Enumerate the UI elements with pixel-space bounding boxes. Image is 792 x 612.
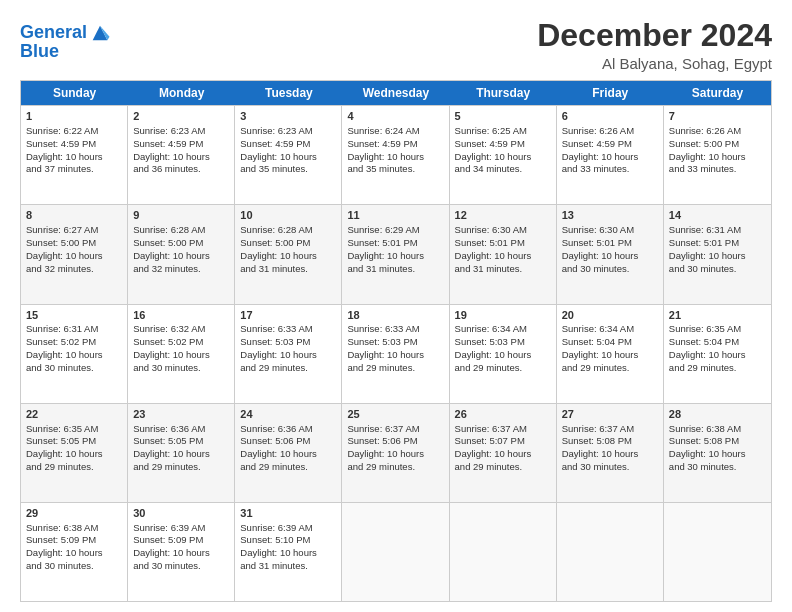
day-number: 18 bbox=[347, 308, 443, 323]
day-cell-20: 20 Sunrise: 6:34 AMSunset: 5:04 PMDaylig… bbox=[557, 305, 664, 403]
day-cell-8: 8 Sunrise: 6:27 AMSunset: 5:00 PMDayligh… bbox=[21, 205, 128, 303]
day-cell-10: 10 Sunrise: 6:28 AMSunset: 5:00 PMDaylig… bbox=[235, 205, 342, 303]
logo-icon bbox=[89, 22, 111, 44]
day-cell-21: 21 Sunrise: 6:35 AMSunset: 5:04 PMDaylig… bbox=[664, 305, 771, 403]
day-number: 17 bbox=[240, 308, 336, 323]
day-cell-14: 14 Sunrise: 6:31 AMSunset: 5:01 PMDaylig… bbox=[664, 205, 771, 303]
day-number: 30 bbox=[133, 506, 229, 521]
day-cell-9: 9 Sunrise: 6:28 AMSunset: 5:00 PMDayligh… bbox=[128, 205, 235, 303]
day-number: 24 bbox=[240, 407, 336, 422]
day-number: 21 bbox=[669, 308, 766, 323]
day-cell-19: 19 Sunrise: 6:34 AMSunset: 5:03 PMDaylig… bbox=[450, 305, 557, 403]
header-saturday: Saturday bbox=[664, 81, 771, 105]
day-number: 28 bbox=[669, 407, 766, 422]
header-friday: Friday bbox=[557, 81, 664, 105]
day-number: 16 bbox=[133, 308, 229, 323]
day-number: 15 bbox=[26, 308, 122, 323]
day-number: 19 bbox=[455, 308, 551, 323]
day-cell-17: 17 Sunrise: 6:33 AMSunset: 5:03 PMDaylig… bbox=[235, 305, 342, 403]
week-row-5: 29 Sunrise: 6:38 AMSunset: 5:09 PMDaylig… bbox=[21, 502, 771, 601]
day-cell-2: 2 Sunrise: 6:23 AMSunset: 4:59 PMDayligh… bbox=[128, 106, 235, 204]
day-cell-16: 16 Sunrise: 6:32 AMSunset: 5:02 PMDaylig… bbox=[128, 305, 235, 403]
header-tuesday: Tuesday bbox=[235, 81, 342, 105]
week-row-4: 22 Sunrise: 6:35 AMSunset: 5:05 PMDaylig… bbox=[21, 403, 771, 502]
day-number: 26 bbox=[455, 407, 551, 422]
location-title: Al Balyana, Sohag, Egypt bbox=[537, 55, 772, 72]
day-cell-6: 6 Sunrise: 6:26 AMSunset: 4:59 PMDayligh… bbox=[557, 106, 664, 204]
day-cell-4: 4 Sunrise: 6:24 AMSunset: 4:59 PMDayligh… bbox=[342, 106, 449, 204]
day-number: 10 bbox=[240, 208, 336, 223]
day-cell-empty-1 bbox=[342, 503, 449, 601]
calendar-header: Sunday Monday Tuesday Wednesday Thursday… bbox=[21, 81, 771, 105]
header-thursday: Thursday bbox=[450, 81, 557, 105]
title-block: December 2024 Al Balyana, Sohag, Egypt bbox=[537, 18, 772, 72]
day-number: 23 bbox=[133, 407, 229, 422]
day-number: 2 bbox=[133, 109, 229, 124]
day-number: 12 bbox=[455, 208, 551, 223]
day-number: 3 bbox=[240, 109, 336, 124]
day-cell-11: 11 Sunrise: 6:29 AMSunset: 5:01 PMDaylig… bbox=[342, 205, 449, 303]
week-row-3: 15 Sunrise: 6:31 AMSunset: 5:02 PMDaylig… bbox=[21, 304, 771, 403]
day-number: 7 bbox=[669, 109, 766, 124]
day-cell-26: 26 Sunrise: 6:37 AMSunset: 5:07 PMDaylig… bbox=[450, 404, 557, 502]
day-cell-23: 23 Sunrise: 6:36 AMSunset: 5:05 PMDaylig… bbox=[128, 404, 235, 502]
calendar-page: General Blue December 2024 Al Balyana, S… bbox=[0, 0, 792, 612]
day-number: 4 bbox=[347, 109, 443, 124]
logo-text2: Blue bbox=[20, 42, 111, 62]
day-cell-29: 29 Sunrise: 6:38 AMSunset: 5:09 PMDaylig… bbox=[21, 503, 128, 601]
day-cell-18: 18 Sunrise: 6:33 AMSunset: 5:03 PMDaylig… bbox=[342, 305, 449, 403]
day-number: 22 bbox=[26, 407, 122, 422]
day-number: 27 bbox=[562, 407, 658, 422]
day-cell-3: 3 Sunrise: 6:23 AMSunset: 4:59 PMDayligh… bbox=[235, 106, 342, 204]
day-number: 31 bbox=[240, 506, 336, 521]
day-cell-25: 25 Sunrise: 6:37 AMSunset: 5:06 PMDaylig… bbox=[342, 404, 449, 502]
day-cell-30: 30 Sunrise: 6:39 AMSunset: 5:09 PMDaylig… bbox=[128, 503, 235, 601]
page-header: General Blue December 2024 Al Balyana, S… bbox=[20, 18, 772, 72]
day-cell-24: 24 Sunrise: 6:36 AMSunset: 5:06 PMDaylig… bbox=[235, 404, 342, 502]
day-cell-15: 15 Sunrise: 6:31 AMSunset: 5:02 PMDaylig… bbox=[21, 305, 128, 403]
day-cell-7: 7 Sunrise: 6:26 AMSunset: 5:00 PMDayligh… bbox=[664, 106, 771, 204]
day-number: 9 bbox=[133, 208, 229, 223]
day-number: 20 bbox=[562, 308, 658, 323]
week-row-2: 8 Sunrise: 6:27 AMSunset: 5:00 PMDayligh… bbox=[21, 204, 771, 303]
day-number: 25 bbox=[347, 407, 443, 422]
header-monday: Monday bbox=[128, 81, 235, 105]
day-cell-1: 1 Sunrise: 6:22 AMSunset: 4:59 PMDayligh… bbox=[21, 106, 128, 204]
day-number: 14 bbox=[669, 208, 766, 223]
calendar: Sunday Monday Tuesday Wednesday Thursday… bbox=[20, 80, 772, 602]
day-number: 11 bbox=[347, 208, 443, 223]
day-number: 8 bbox=[26, 208, 122, 223]
day-number: 1 bbox=[26, 109, 122, 124]
calendar-body: 1 Sunrise: 6:22 AMSunset: 4:59 PMDayligh… bbox=[21, 105, 771, 601]
day-number: 13 bbox=[562, 208, 658, 223]
day-cell-13: 13 Sunrise: 6:30 AMSunset: 5:01 PMDaylig… bbox=[557, 205, 664, 303]
day-cell-empty-3 bbox=[557, 503, 664, 601]
day-number: 5 bbox=[455, 109, 551, 124]
logo: General Blue bbox=[20, 22, 111, 62]
header-wednesday: Wednesday bbox=[342, 81, 449, 105]
day-number: 6 bbox=[562, 109, 658, 124]
header-sunday: Sunday bbox=[21, 81, 128, 105]
day-number: 29 bbox=[26, 506, 122, 521]
day-cell-22: 22 Sunrise: 6:35 AMSunset: 5:05 PMDaylig… bbox=[21, 404, 128, 502]
logo-text: General bbox=[20, 23, 87, 43]
month-title: December 2024 bbox=[537, 18, 772, 53]
day-cell-empty-2 bbox=[450, 503, 557, 601]
day-cell-empty-4 bbox=[664, 503, 771, 601]
day-cell-31: 31 Sunrise: 6:39 AMSunset: 5:10 PMDaylig… bbox=[235, 503, 342, 601]
day-cell-5: 5 Sunrise: 6:25 AMSunset: 4:59 PMDayligh… bbox=[450, 106, 557, 204]
day-cell-12: 12 Sunrise: 6:30 AMSunset: 5:01 PMDaylig… bbox=[450, 205, 557, 303]
week-row-1: 1 Sunrise: 6:22 AMSunset: 4:59 PMDayligh… bbox=[21, 105, 771, 204]
day-cell-27: 27 Sunrise: 6:37 AMSunset: 5:08 PMDaylig… bbox=[557, 404, 664, 502]
day-cell-28: 28 Sunrise: 6:38 AMSunset: 5:08 PMDaylig… bbox=[664, 404, 771, 502]
